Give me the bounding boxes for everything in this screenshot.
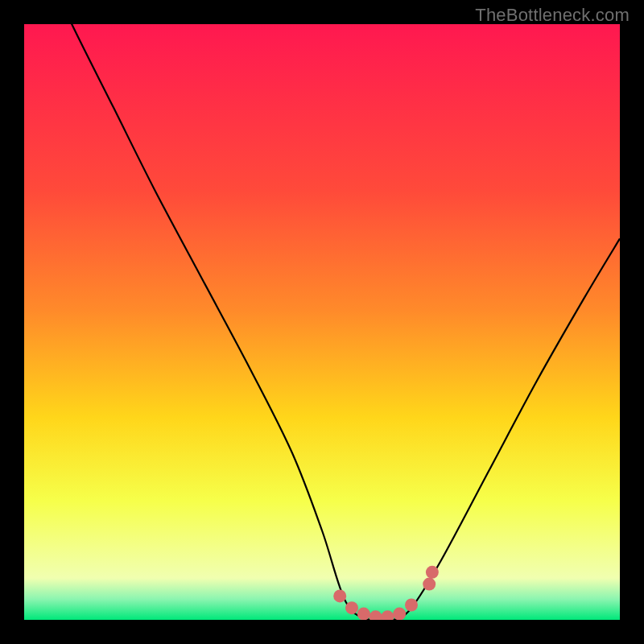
marker-dot xyxy=(423,578,436,591)
bottleneck-chart xyxy=(24,24,620,620)
chart-frame: TheBottleneck.com xyxy=(0,0,644,644)
marker-dot xyxy=(357,608,370,620)
marker-dot xyxy=(333,589,346,602)
plot-area xyxy=(24,24,620,620)
marker-dot xyxy=(405,599,418,612)
watermark-text: TheBottleneck.com xyxy=(475,5,630,26)
marker-dot xyxy=(426,566,439,579)
marker-dot xyxy=(393,608,406,620)
marker-dot xyxy=(345,601,358,614)
